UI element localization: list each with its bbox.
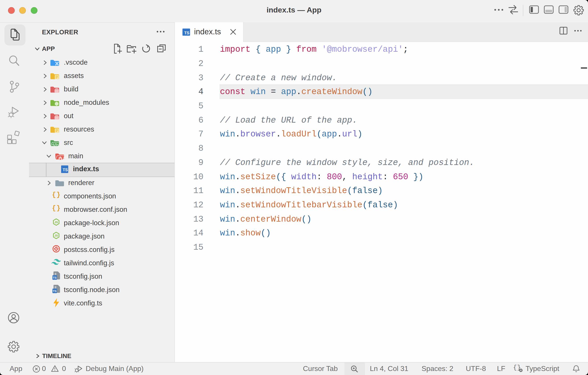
svg-text:JS: JS (54, 234, 58, 237)
svg-text:TS: TS (53, 276, 57, 279)
svg-text:TS: TS (53, 289, 57, 293)
svg-text:JS: JS (54, 221, 58, 224)
